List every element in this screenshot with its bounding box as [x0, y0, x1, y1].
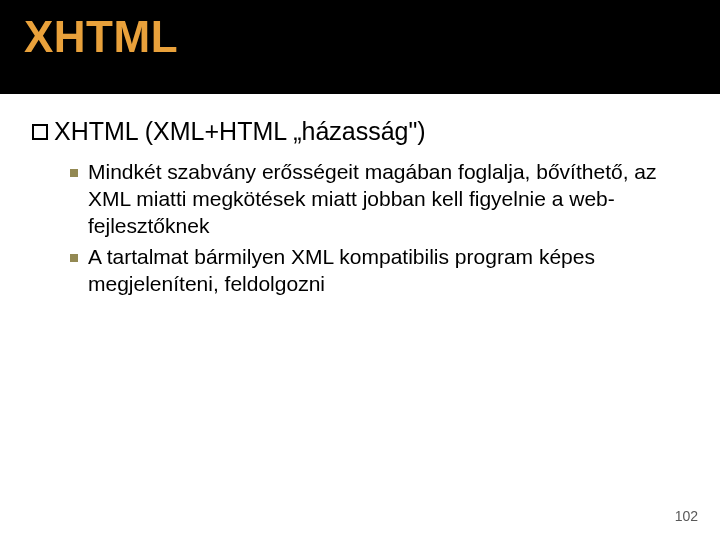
slide-content: XHTML (XML+HTML „házasság") Mindkét szab…	[0, 94, 720, 298]
list-item-text: A tartalmat bármilyen XML kompatibilis p…	[88, 244, 680, 298]
list-item-text: Mindkét szabvány erősségeit magában fogl…	[88, 159, 680, 240]
square-bullet-icon	[70, 254, 78, 262]
square-bullet-icon	[70, 169, 78, 177]
level1-item: XHTML (XML+HTML „házasság")	[32, 116, 692, 147]
square-bullet-icon	[32, 124, 48, 140]
list-item: Mindkét szabvány erősségeit magában fogl…	[70, 159, 680, 240]
sublist: Mindkét szabvány erősségeit magában fogl…	[70, 159, 680, 297]
slide-title: XHTML	[24, 12, 696, 62]
level1-text: XHTML (XML+HTML „házasság")	[54, 116, 426, 147]
list-item: A tartalmat bármilyen XML kompatibilis p…	[70, 244, 680, 298]
title-band: XHTML	[0, 0, 720, 94]
page-number: 102	[675, 508, 698, 524]
